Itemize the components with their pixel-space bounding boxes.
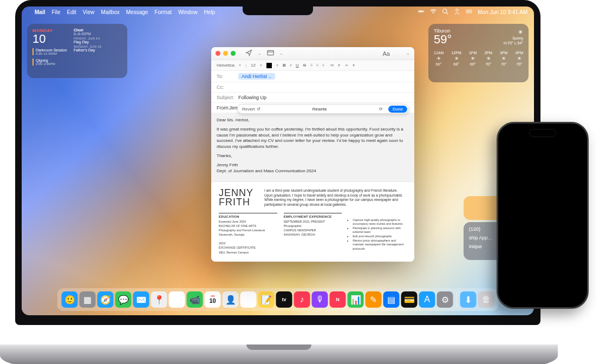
resume-bullet: Mentor junior photographers and maintain… (353, 239, 407, 250)
resume-line: SEPTEMBER 2021–PRESENT (284, 220, 342, 224)
menubar-datetime[interactable]: Mon Jun 10 9:41 AM (478, 9, 527, 15)
dock-safari[interactable]: 🧭 (97, 291, 114, 308)
to-field-row[interactable]: To: Andi Herbst ⌄ (211, 71, 414, 82)
search-icon[interactable] (442, 8, 448, 16)
recipient-chip[interactable]: Andi Herbst ⌄ (238, 73, 275, 80)
subject-field-row[interactable]: Subject: Following Up (211, 93, 414, 103)
dock-numbers[interactable]: 📊 (348, 291, 364, 308)
dock-trash[interactable]: 🗑 (478, 291, 494, 308)
svg-point-3 (433, 13, 434, 14)
resume-bullet: Edit and retouch photographs (353, 235, 407, 238)
control-center-icon[interactable] (466, 8, 472, 16)
resume-attachment[interactable]: JENNY FRITH I am a third-year student un… (211, 181, 414, 261)
battery-icon[interactable] (418, 8, 425, 16)
from-field-row: From: Jenny Fr Revert ↺ Rewrite ⟳ Done (211, 103, 414, 113)
dock-contacts[interactable]: 👤 (223, 291, 239, 308)
calendar-event: Father's Day (74, 48, 122, 52)
dock-wallet[interactable]: 💳 (401, 291, 418, 308)
minimize-button[interactable] (223, 51, 228, 56)
dock-messages[interactable]: 💬 (115, 291, 132, 308)
chevron-down-icon[interactable]: ⌄ (406, 51, 410, 56)
send-button[interactable] (245, 49, 252, 57)
revert-button[interactable]: Revert ↺ (238, 105, 265, 113)
font-select[interactable]: Helvetica (217, 63, 234, 68)
svg-rect-9 (268, 50, 273, 55)
close-button[interactable] (216, 51, 220, 56)
chevron-down-icon[interactable]: ⌄ (279, 51, 283, 56)
weather-hilo: H:70° L:54° (504, 41, 523, 46)
svg-rect-8 (466, 12, 472, 13)
desktop[interactable]: Mail File Edit View Mailbox Message Form… (22, 6, 534, 315)
dock-appstore[interactable]: A (419, 291, 435, 308)
window-titlebar[interactable]: ⌄ ⌄ Aa ⌄ (211, 47, 414, 60)
resume-line: Expected June 2024 (219, 220, 277, 224)
dock-downloads[interactable]: ⬇ (460, 291, 477, 308)
dock-keynote[interactable]: ▤ (383, 291, 400, 308)
done-button[interactable]: Done (388, 106, 407, 113)
menu-message[interactable]: Message (126, 9, 148, 15)
strike-button[interactable]: S (303, 63, 306, 68)
dock-facetime[interactable]: 📹 (187, 291, 203, 308)
calendar-widget[interactable]: MONDAY 10 Darkroom Session 9:30–11:30AM … (27, 24, 127, 78)
font-size-select[interactable]: 12 (251, 63, 256, 68)
indent-buttons[interactable]: ⇤ ▾ (346, 63, 356, 68)
subject-input[interactable]: Following Up (238, 95, 266, 100)
header-fields-button[interactable] (267, 49, 274, 57)
calendar-event: Qigong 2:00–3:30PM (32, 58, 69, 66)
italic-button[interactable]: I (290, 63, 291, 68)
dock-notes[interactable]: 📝 (258, 291, 275, 308)
dock-calendar[interactable]: JUN10 (205, 291, 221, 308)
menu-format[interactable]: Format (154, 9, 172, 15)
from-label: From: (217, 105, 230, 110)
weather-widget[interactable]: Tiburon 59° ☀ Sunny H:70° L:54° 11AM☀66°… (428, 24, 529, 82)
svg-point-4 (443, 9, 447, 14)
dock-reminders[interactable]: ☑ (240, 291, 257, 308)
resume-line: BACHELOR OF FINE ARTS (219, 224, 277, 228)
cc-field-row[interactable]: Cc: (211, 82, 414, 93)
resume-employment-header: EMPLOYMENT EXPERIENCE (284, 213, 342, 218)
message-body[interactable]: Dear Ms. Herbst, It was great meeting yo… (211, 113, 414, 181)
calendar-day-number: 10 (32, 33, 69, 45)
weather-hour: 1PM☀69° (469, 51, 477, 66)
body-signature-dept: Dept. of Journalism and Mass Communicati… (217, 168, 409, 174)
resume-intro: I am a third-year student undergraduate … (264, 188, 407, 207)
resume-name: JENNY FRITH (219, 188, 253, 207)
app-menu[interactable]: Mail (35, 9, 45, 15)
dock-maps[interactable]: 📍 (151, 291, 167, 308)
menu-window[interactable]: Window (178, 9, 198, 15)
dock-pages[interactable]: ✎ (366, 291, 382, 308)
dock-tv[interactable]: tv (276, 291, 292, 308)
mail-compose-window[interactable]: ⌄ ⌄ Aa ⌄ Helvetica (211, 47, 414, 262)
menu-file[interactable]: File (51, 9, 60, 15)
menu-help[interactable]: Help (204, 9, 216, 15)
align-buttons[interactable]: ≡ ≡ ≡ (310, 63, 325, 68)
menu-mailbox[interactable]: Mailbox (101, 9, 119, 15)
format-icon[interactable]: Aa (383, 50, 390, 57)
dock-launchpad[interactable]: ▦ (80, 291, 96, 308)
regenerate-icon[interactable]: ⟳ (375, 105, 387, 113)
svg-rect-1 (419, 11, 423, 12)
svg-point-6 (456, 9, 459, 12)
zoom-button[interactable] (231, 51, 236, 56)
body-signature: Jenny Frith (217, 162, 409, 168)
dock-news[interactable]: N (330, 291, 346, 308)
underline-button[interactable]: U (296, 63, 299, 68)
resume-line: EXCHANGE CERTIFICATE (219, 246, 277, 250)
dock-settings[interactable]: ⚙ (437, 291, 453, 308)
dock-finder[interactable]: 🙂 (62, 291, 78, 308)
chevron-down-icon[interactable]: ⌄ (258, 51, 262, 56)
dock-photos[interactable]: ❋ (169, 291, 185, 308)
dock-mail[interactable]: ✉️ (133, 291, 149, 308)
bold-button[interactable]: B (283, 63, 286, 68)
weather-temp: 59° (434, 34, 452, 46)
user-icon[interactable] (454, 8, 460, 16)
menu-view[interactable]: View (83, 9, 95, 15)
resume-line: SAVANNAH, GEORGIA (284, 233, 342, 237)
resume-line: Photography and French Literature (219, 229, 277, 232)
list-buttons[interactable]: ≔ ▾ (330, 63, 341, 68)
wifi-icon[interactable] (430, 8, 436, 16)
text-color[interactable] (266, 63, 272, 68)
dock-podcasts[interactable]: 🎙 (312, 291, 328, 308)
menu-edit[interactable]: Edit (67, 9, 76, 15)
dock-music[interactable]: ♪ (294, 291, 310, 308)
